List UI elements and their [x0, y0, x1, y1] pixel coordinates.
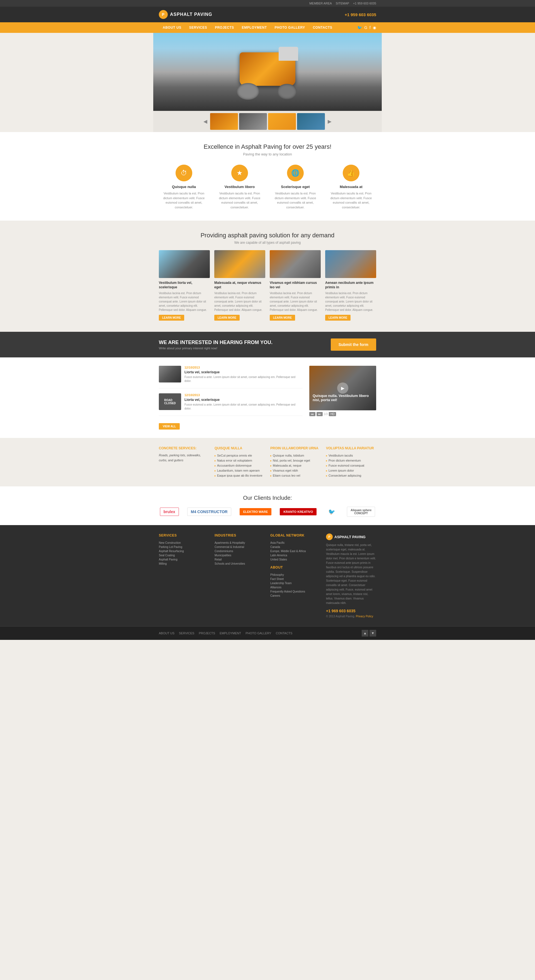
bottom-nav-services[interactable]: SERVICES	[179, 632, 194, 635]
bottom-nav-projects[interactable]: PROJECTS	[199, 632, 215, 635]
list-item: Quisque nulla, tobidum	[270, 453, 320, 458]
footer-services: SERVICES New Construction Parking Lot Pa…	[159, 533, 209, 618]
footer-list-item[interactable]: Canada	[270, 545, 320, 549]
bottom-nav-employment[interactable]: EMPLOYMENT	[220, 632, 241, 635]
footer-logo: P ASPHALT PAVING	[326, 533, 376, 540]
footer-phone: +1 969 603 6035	[326, 609, 376, 613]
feature-3: 🌐 Scelerisque eget Vestibulum iaculis la…	[270, 165, 320, 210]
bottom-nav-contacts[interactable]: CONTACTS	[276, 632, 293, 635]
news-date-1: 12/10/2013	[185, 366, 303, 369]
footer-list-item[interactable]: Seal Coating	[159, 553, 209, 557]
col3-list: Vestibulum iaculis Pron dictum elementum…	[326, 453, 376, 478]
footer-list-item[interactable]: Asphalt Resurfacing	[159, 549, 209, 553]
nav-about[interactable]: ABOUT US	[159, 22, 185, 33]
news-text-2: Fusce euismod a ante. Lorem ipsum dolor …	[185, 403, 303, 410]
news-thumb-2: ROADCLOSED	[159, 393, 181, 410]
privacy-link[interactable]: Privacy Policy	[356, 615, 373, 618]
footer-list-item[interactable]: Europe, Middle East & Africa	[270, 549, 320, 553]
scroll-up-button[interactable]: ▲	[362, 630, 368, 636]
logo[interactable]: P ASPHALT PAVING	[159, 10, 212, 19]
footer-industries: INDUSTRIES Apartments & Hospitality Comm…	[215, 533, 265, 618]
footer-list-item[interactable]: Philosophy	[270, 573, 320, 577]
footer-industries-title: INDUSTRIES	[215, 533, 265, 537]
news-date-2: 12/10/2013	[185, 393, 303, 397]
learn-more-btn-3[interactable]: LEARN MORE	[270, 315, 295, 321]
footer-list-item[interactable]: Municipalities	[215, 553, 265, 557]
footer-list-item[interactable]: Leadership Team	[270, 581, 320, 585]
video-prev-btn[interactable]: ⏮	[309, 412, 315, 416]
news-content-2: 12/10/2013 Liorta vel, scelerisque Fusce…	[185, 393, 303, 410]
footer-list-item[interactable]: Condominiums	[215, 549, 265, 553]
feature-title-1: Quisque nulla	[159, 185, 209, 189]
clients-logos: brulex M4 CONSTRUCTOR ELEKTRO WARE KRANT…	[159, 507, 376, 517]
view-all-button[interactable]: VIEW ALL	[159, 423, 180, 430]
submit-form-button[interactable]: Submit the form	[331, 339, 376, 351]
footer-list-item[interactable]: Alliances	[270, 585, 320, 589]
header-right: +1 959 603 6035	[345, 12, 376, 17]
footer-list-item[interactable]: Frequently Asked Questions	[270, 589, 320, 593]
news-content-1: 12/10/2013 Liorta vel, scelerisque Fusce…	[185, 366, 303, 383]
thumb-1[interactable]	[210, 113, 238, 130]
features-section: Excellence in Asphalt Paving for over 25…	[0, 132, 535, 221]
feature-title-2: Vestibulum libero	[215, 185, 265, 189]
footer-list-item[interactable]: New Construction	[159, 541, 209, 545]
social-facebook[interactable]: f	[369, 25, 371, 30]
nav-employment[interactable]: EMPLOYMENT	[238, 22, 271, 33]
services-title: Providing asphalt paving solution for an…	[159, 232, 376, 239]
video-counter: 1/3	[324, 412, 328, 415]
concrete-title: CONCRETE SERVICES:	[159, 446, 209, 450]
footer-list-item[interactable]: Fact Sheet	[270, 577, 320, 581]
social-twitter[interactable]: 🐦	[357, 25, 362, 30]
thumb-3[interactable]	[268, 113, 296, 130]
footer-list-item[interactable]: Commercial & Industrial	[215, 545, 265, 549]
footer-list-item[interactable]: Latin America	[270, 553, 320, 557]
services-grid: Vestibulum liorta vel, scelerisque Vesti…	[159, 250, 376, 321]
thumb-4[interactable]	[297, 113, 325, 130]
footer-list-item[interactable]: United States	[270, 557, 320, 562]
video-placeholder: Quisque nulla. Vestibulum libero nisl, p…	[309, 366, 376, 410]
video-next-btn[interactable]: ⏭	[317, 412, 323, 416]
footer-list-item[interactable]: Careers	[270, 593, 320, 598]
video-hd-btn[interactable]: HD	[329, 412, 336, 416]
bottom-nav-about[interactable]: ABOUT US	[159, 632, 174, 635]
learn-more-btn-4[interactable]: LEARN MORE	[325, 315, 350, 321]
bottom-nav-gallery[interactable]: PHOTO GALLERY	[245, 632, 271, 635]
footer-list-item[interactable]: Schools and Universities	[215, 562, 265, 566]
social-rss[interactable]: ◉	[373, 25, 376, 30]
nav-gallery[interactable]: PHOTO GALLERY	[271, 22, 309, 33]
footer-list-item[interactable]: Milling	[159, 562, 209, 566]
member-area-link[interactable]: MEMBER AREA	[309, 2, 332, 5]
footer-logo-icon: P	[326, 533, 333, 540]
video-play-button[interactable]: ▶	[337, 382, 348, 394]
sitemap-link[interactable]: SITEMAP	[336, 2, 349, 5]
prev-arrow[interactable]: ◀	[202, 118, 209, 124]
hero-thumbnails: ◀ ▶	[153, 111, 382, 132]
footer-list-item[interactable]: Apartments & Hospitality	[215, 541, 265, 545]
next-arrow[interactable]: ▶	[326, 118, 333, 124]
social-google[interactable]: G	[364, 25, 367, 30]
nav-projects[interactable]: PROJECTS	[211, 22, 238, 33]
service-desc-2: Vestibulus lacinia est. Pron dictum elem…	[214, 291, 265, 312]
footer-services-list: New Construction Parking Lot Paving Asph…	[159, 541, 209, 566]
nav-contacts[interactable]: CONTACTS	[309, 22, 336, 33]
service-2: Malesuada at, neque vivamus eget Vestibu…	[214, 250, 265, 321]
footer-list-item[interactable]: Asia Pacific	[270, 541, 320, 545]
services-subtitle: We are capable of all types of asphalt p…	[159, 241, 376, 245]
video-widget: Quisque nulla. Vestibulum libero nisl, p…	[309, 366, 376, 430]
nav-services[interactable]: SERVICES	[185, 22, 211, 33]
list-item: Vestibulum iaculis	[326, 453, 376, 458]
voluptas-col: VOLUPTAS NULLA PARIATUR Vestibulum iacul…	[326, 446, 376, 478]
feature-1: ⏱ Quisque nulla Vestibulum iaculis la es…	[159, 165, 209, 210]
header: P ASPHALT PAVING +1 959 603 6035	[0, 7, 535, 22]
learn-more-btn-1[interactable]: LEARN MORE	[159, 315, 184, 321]
hero-main-image	[153, 33, 382, 111]
learn-more-btn-2[interactable]: LEARN MORE	[214, 315, 240, 321]
footer-list-item[interactable]: Retail	[215, 557, 265, 562]
thumb-2[interactable]	[239, 113, 267, 130]
footer-list-item[interactable]: Parking Lot Paving	[159, 545, 209, 549]
feature-desc-1: Vestibulum iaculis la est. Pron dictum e…	[159, 191, 209, 210]
footer-list-item[interactable]: Asphalt Paving	[159, 557, 209, 562]
scroll-down-button[interactable]: ▼	[369, 630, 376, 636]
services-section: Providing asphalt paving solution for an…	[0, 221, 535, 332]
hero: ◀ ▶	[153, 33, 382, 132]
